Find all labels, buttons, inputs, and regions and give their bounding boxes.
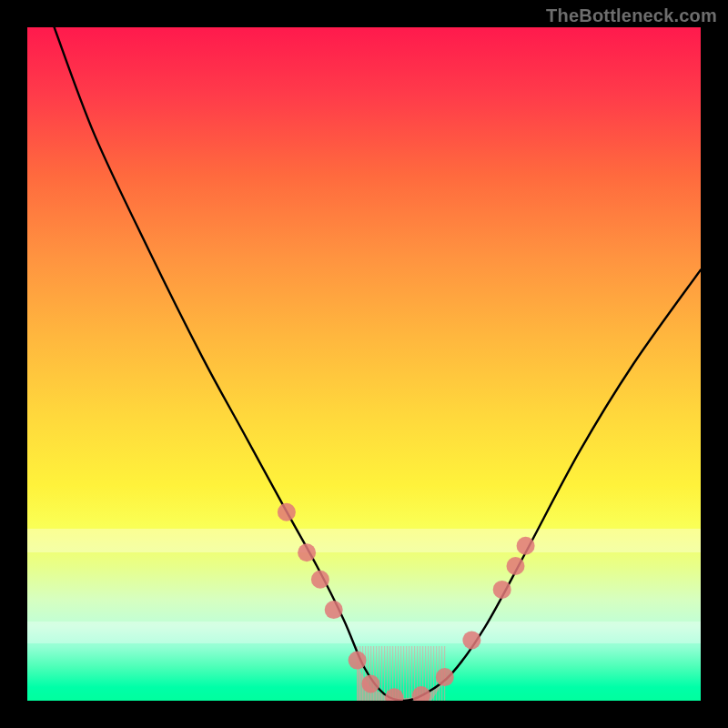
svg-point-44 <box>493 581 511 599</box>
main-curve <box>55 27 701 701</box>
svg-point-34 <box>278 503 296 521</box>
svg-point-37 <box>325 601 343 619</box>
svg-point-36 <box>311 571 329 589</box>
svg-point-39 <box>361 675 379 693</box>
svg-point-45 <box>507 557 525 575</box>
svg-point-38 <box>349 652 367 670</box>
chart-svg <box>27 27 701 701</box>
svg-point-43 <box>462 631 480 649</box>
svg-point-46 <box>517 537 535 555</box>
svg-point-42 <box>436 668 454 686</box>
watermark-text: TheBottleneck.com <box>546 5 717 26</box>
svg-point-35 <box>298 543 316 561</box>
